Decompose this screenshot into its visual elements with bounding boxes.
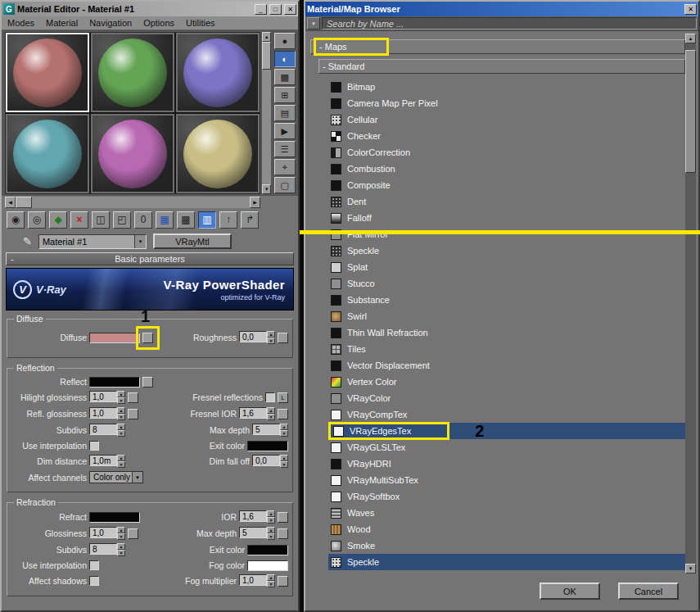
reset-map-button[interactable]: × [70, 211, 88, 229]
maximize-button[interactable]: □ [269, 4, 282, 15]
map-item[interactable]: Splat [328, 259, 685, 275]
material-map-navigator-button[interactable]: ▢ [274, 177, 296, 193]
browser-titlebar[interactable]: Material/Map Browser ✕ [305, 2, 698, 16]
go-to-parent-button[interactable]: ↑ [219, 211, 237, 229]
scroll-thumb[interactable] [262, 42, 271, 70]
scroll-thumb[interactable] [685, 50, 696, 173]
spinner[interactable]: 8▲▼ [89, 424, 125, 437]
scroll-track[interactable] [32, 197, 250, 208]
spinner-arrows-icon[interactable]: ▲▼ [117, 455, 125, 468]
search-input[interactable]: Search by Name ... [322, 17, 697, 29]
color-swatch[interactable] [247, 560, 288, 571]
map-item[interactable]: VRayHDRI [328, 456, 685, 472]
spinner[interactable]: 1,0m▲▼ [89, 455, 125, 468]
material-editor-titlebar[interactable]: G Material Editor - Material #1 _ □ ✕ [2, 2, 298, 16]
map-button[interactable] [128, 528, 138, 539]
checkbox[interactable] [89, 560, 99, 570]
map-item[interactable]: Wood [328, 521, 685, 537]
spinner-arrows-icon[interactable]: ▲▼ [267, 510, 275, 524]
get-material-button[interactable]: ◉ [7, 211, 25, 229]
color-swatch[interactable] [89, 512, 140, 523]
spinner[interactable]: 5▲▼ [252, 424, 288, 437]
spinner-arrows-icon[interactable]: ▲▼ [267, 407, 275, 420]
map-item[interactable]: Dent [328, 193, 685, 210]
scroll-right-icon[interactable]: ▶ [250, 197, 260, 208]
checkbox[interactable] [265, 392, 275, 402]
put-to-library-button[interactable]: ◰ [113, 211, 131, 229]
map-item[interactable]: Speckle [328, 243, 685, 259]
map-button[interactable] [128, 409, 138, 419]
scroll-up-icon[interactable]: ▲ [685, 34, 696, 43]
close-icon[interactable]: ✕ [284, 4, 296, 15]
map-item[interactable]: Checker [328, 128, 685, 144]
map-item[interactable]: Vertex Color [328, 374, 685, 390]
spinner[interactable]: 1,0▲▼ [89, 407, 125, 420]
map-button[interactable] [278, 528, 288, 539]
map-item[interactable]: Substance [328, 292, 685, 308]
scroll-down-icon[interactable]: ▼ [262, 184, 271, 194]
spinner-arrows-icon[interactable]: ▲▼ [267, 331, 275, 344]
spinner[interactable]: 8▲▼ [89, 543, 125, 556]
color-swatch[interactable] [247, 441, 288, 451]
scroll-left-icon[interactable]: ◀ [5, 197, 16, 208]
map-item[interactable]: Thin Wall Refraction [328, 324, 685, 341]
group-header-maps[interactable]: - Maps [310, 39, 685, 54]
show-background-button[interactable]: ▥ [198, 211, 216, 229]
map-item[interactable]: Smoke [328, 537, 685, 554]
map-button[interactable] [142, 377, 153, 388]
minimize-button[interactable]: _ [255, 4, 267, 15]
browser-scrollbar[interactable]: ▲ ▼ [685, 34, 696, 573]
cancel-button[interactable]: Cancel [618, 583, 679, 600]
spinner[interactable]: 0,0▲▼ [239, 331, 275, 344]
map-button[interactable] [278, 333, 288, 343]
map-button[interactable] [128, 392, 138, 403]
slots-vertical-scrollbar[interactable]: ▲ ▼ [262, 32, 271, 194]
spinner-arrows-icon[interactable]: ▲▼ [117, 424, 125, 437]
pick-material-eyedropper-icon[interactable]: ✎ [23, 235, 32, 247]
show-end-result-button[interactable]: ▩ [177, 211, 195, 229]
ok-button[interactable]: OK [540, 583, 600, 600]
menu-options[interactable]: Options [143, 18, 174, 28]
make-preview-button[interactable]: ▶ [274, 123, 296, 139]
map-item[interactable]: Stucco [328, 275, 685, 292]
map-item[interactable]: Composite [328, 177, 685, 193]
checkbox[interactable] [89, 576, 99, 586]
spinner[interactable]: 5▲▼ [239, 527, 275, 540]
group-header-standard[interactable]: - Standard [318, 59, 685, 74]
sample-type-button[interactable]: ● [274, 33, 296, 49]
scroll-track[interactable] [685, 43, 696, 564]
map-item[interactable]: Waves [328, 505, 685, 521]
spinner[interactable]: 1,0▲▼ [239, 574, 275, 587]
spinner-arrows-icon[interactable]: ▲▼ [267, 574, 275, 587]
scroll-down-icon[interactable]: ▼ [685, 564, 696, 573]
spinner[interactable]: 1,6▲▼ [239, 510, 275, 524]
color-swatch[interactable] [247, 545, 288, 555]
spinner-arrows-icon[interactable]: ▲▼ [280, 455, 288, 468]
video-color-check-button[interactable]: ▤ [274, 105, 296, 121]
map-item[interactable]: VRayEdgesTex2 [328, 423, 685, 439]
material-type-button[interactable]: VRayMtl [153, 233, 232, 249]
material-slot[interactable] [6, 33, 89, 112]
spinner-arrows-icon[interactable]: ▲▼ [117, 527, 125, 540]
options-button[interactable]: ☰ [274, 141, 296, 157]
color-swatch[interactable] [89, 333, 140, 343]
spinner-arrows-icon[interactable]: ▲▼ [280, 424, 288, 437]
map-button[interactable] [278, 512, 288, 523]
show-material-in-viewport-button[interactable]: ▦ [156, 211, 174, 229]
search-options-icon[interactable]: ▼ [307, 17, 320, 29]
menu-material[interactable]: Material [46, 18, 78, 28]
map-button[interactable] [278, 576, 288, 587]
select-by-material-button[interactable]: ⌖ [274, 159, 296, 175]
spinner[interactable]: 1,0▲▼ [89, 391, 125, 404]
put-material-to-scene-button[interactable]: ◎ [28, 211, 46, 229]
spinner-arrows-icon[interactable]: ▲▼ [117, 543, 125, 556]
map-item[interactable]: Vector Displacement [328, 357, 685, 374]
map-item[interactable]: Falloff [328, 210, 685, 226]
map-item[interactable]: Tiles [328, 341, 685, 357]
background-button[interactable]: ▩ [274, 69, 296, 85]
map-button[interactable] [278, 409, 288, 419]
menu-navigation[interactable]: Navigation [89, 18, 132, 28]
close-icon[interactable]: ✕ [684, 4, 697, 15]
map-button[interactable]: L [278, 392, 288, 403]
spinner[interactable]: 0,0▲▼ [252, 455, 288, 468]
